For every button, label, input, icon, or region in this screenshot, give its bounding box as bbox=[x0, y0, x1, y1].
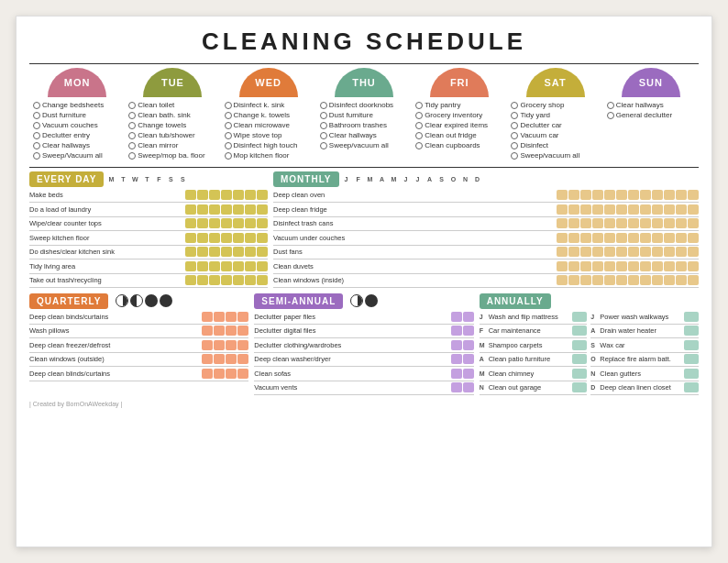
task-box[interactable] bbox=[557, 275, 568, 285]
task-box[interactable] bbox=[652, 218, 663, 228]
task-box[interactable] bbox=[214, 340, 225, 350]
task-box[interactable] bbox=[197, 218, 208, 228]
task-box[interactable] bbox=[185, 247, 196, 257]
task-box[interactable] bbox=[640, 261, 651, 271]
task-checkbox[interactable] bbox=[511, 152, 518, 160]
task-box[interactable] bbox=[688, 247, 699, 257]
task-checkbox[interactable] bbox=[33, 142, 40, 149]
task-box[interactable] bbox=[664, 275, 675, 285]
task-box[interactable] bbox=[676, 233, 687, 243]
task-box[interactable] bbox=[616, 233, 627, 243]
task-item[interactable]: Clean out fridge bbox=[415, 131, 503, 139]
task-box[interactable] bbox=[592, 275, 603, 285]
task-box[interactable] bbox=[221, 261, 232, 271]
task-box[interactable] bbox=[652, 204, 663, 215]
task-box[interactable] bbox=[197, 190, 208, 200]
task-box[interactable] bbox=[568, 275, 579, 285]
task-box[interactable] bbox=[185, 233, 196, 243]
task-box[interactable] bbox=[688, 204, 699, 215]
task-item[interactable]: Clear hallways bbox=[607, 101, 695, 109]
task-box[interactable] bbox=[640, 275, 651, 285]
task-box[interactable] bbox=[233, 247, 244, 257]
task-box[interactable] bbox=[652, 233, 663, 243]
task-box[interactable] bbox=[197, 247, 208, 257]
task-box[interactable] bbox=[245, 233, 256, 243]
task-box[interactable] bbox=[202, 326, 213, 336]
task-checkbox[interactable] bbox=[415, 122, 423, 129]
task-item[interactable]: Change bedsheets bbox=[33, 101, 121, 109]
task-box[interactable] bbox=[257, 204, 268, 215]
task-item[interactable]: Tidy yard bbox=[511, 111, 599, 119]
task-box[interactable] bbox=[688, 233, 699, 243]
task-item[interactable]: Clean mirror bbox=[128, 141, 216, 149]
task-box[interactable] bbox=[557, 190, 568, 200]
task-box[interactable] bbox=[221, 275, 232, 285]
task-box[interactable] bbox=[652, 247, 663, 257]
task-box[interactable] bbox=[604, 247, 615, 257]
task-box[interactable] bbox=[616, 261, 627, 271]
task-box[interactable] bbox=[604, 233, 615, 243]
task-box[interactable] bbox=[185, 204, 196, 215]
task-item[interactable]: Disinfect high touch bbox=[225, 141, 313, 149]
task-box[interactable] bbox=[676, 190, 687, 200]
task-box[interactable] bbox=[197, 204, 208, 215]
task-item[interactable]: Declutter car bbox=[511, 121, 599, 129]
task-checkbox[interactable] bbox=[320, 142, 327, 149]
task-checkbox[interactable] bbox=[320, 132, 327, 139]
task-box[interactable] bbox=[237, 354, 248, 364]
task-box[interactable] bbox=[572, 312, 587, 322]
task-box[interactable] bbox=[245, 261, 256, 271]
task-box[interactable] bbox=[592, 204, 603, 215]
task-box[interactable] bbox=[640, 233, 651, 243]
task-box[interactable] bbox=[214, 354, 225, 364]
task-item[interactable]: Change k. towels bbox=[225, 111, 313, 119]
task-box[interactable] bbox=[451, 354, 462, 364]
task-box[interactable] bbox=[572, 354, 587, 364]
task-box[interactable] bbox=[463, 382, 474, 392]
task-box[interactable] bbox=[568, 190, 579, 200]
task-item[interactable]: Dust furniture bbox=[33, 111, 121, 119]
task-box[interactable] bbox=[572, 382, 587, 392]
task-box[interactable] bbox=[233, 190, 244, 200]
task-box[interactable] bbox=[257, 233, 268, 243]
task-checkbox[interactable] bbox=[511, 132, 518, 139]
task-box[interactable] bbox=[209, 218, 220, 228]
task-box[interactable] bbox=[221, 204, 232, 215]
task-box[interactable] bbox=[676, 261, 687, 271]
task-box[interactable] bbox=[257, 261, 268, 271]
task-box[interactable] bbox=[684, 326, 699, 336]
task-box[interactable] bbox=[616, 218, 627, 228]
task-box[interactable] bbox=[568, 218, 579, 228]
task-box[interactable] bbox=[197, 261, 208, 271]
task-box[interactable] bbox=[684, 312, 699, 322]
task-box[interactable] bbox=[451, 326, 462, 336]
task-box[interactable] bbox=[688, 275, 699, 285]
task-box[interactable] bbox=[604, 275, 615, 285]
task-box[interactable] bbox=[185, 190, 196, 200]
task-checkbox[interactable] bbox=[128, 112, 136, 119]
task-box[interactable] bbox=[572, 326, 587, 336]
task-box[interactable] bbox=[557, 247, 568, 257]
task-box[interactable] bbox=[463, 369, 474, 379]
task-box[interactable] bbox=[221, 218, 232, 228]
task-item[interactable]: Clean tub/shower bbox=[128, 131, 216, 139]
task-box[interactable] bbox=[664, 261, 675, 271]
task-item[interactable]: Vacuum couches bbox=[33, 121, 121, 129]
task-box[interactable] bbox=[664, 247, 675, 257]
task-checkbox[interactable] bbox=[511, 142, 518, 149]
task-item[interactable]: Clean microwave bbox=[225, 121, 313, 129]
task-checkbox[interactable] bbox=[128, 142, 136, 149]
task-item[interactable]: Sweep/vacuum all bbox=[511, 151, 599, 160]
task-box[interactable] bbox=[214, 326, 225, 336]
task-box[interactable] bbox=[676, 204, 687, 215]
task-box[interactable] bbox=[640, 218, 651, 228]
task-item[interactable]: Dust furniture bbox=[320, 111, 408, 119]
task-box[interactable] bbox=[226, 326, 237, 336]
task-box[interactable] bbox=[580, 233, 591, 243]
task-box[interactable] bbox=[640, 247, 651, 257]
task-box[interactable] bbox=[185, 218, 196, 228]
task-box[interactable] bbox=[209, 261, 220, 271]
task-box[interactable] bbox=[688, 218, 699, 228]
task-box[interactable] bbox=[640, 204, 651, 215]
task-box[interactable] bbox=[688, 190, 699, 200]
